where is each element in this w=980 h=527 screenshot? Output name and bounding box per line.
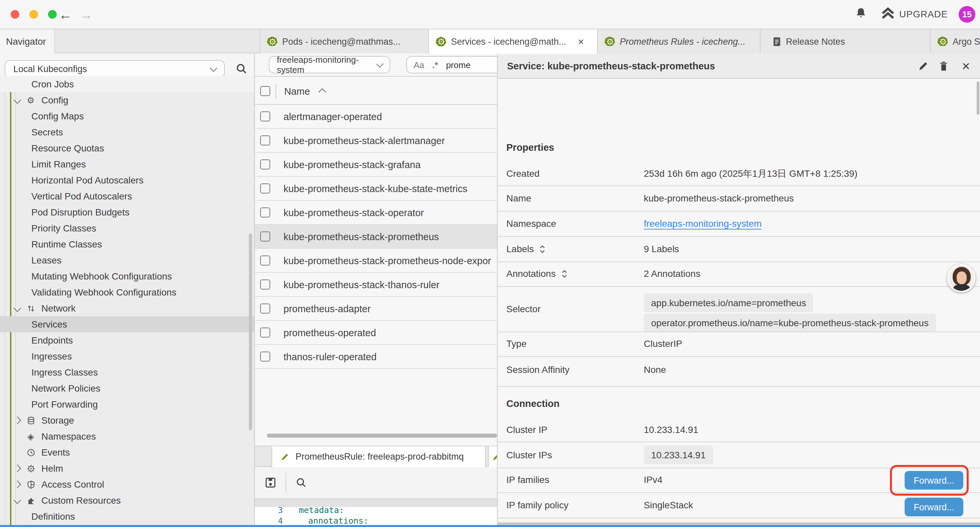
sidebar-item-mutating-webhook-configurations[interactable]: Mutating Webhook Configurations bbox=[0, 268, 254, 284]
table-row[interactable]: prometheus-adapter bbox=[255, 297, 497, 321]
avatar[interactable] bbox=[947, 264, 975, 292]
detail-scrollbar-thumb[interactable] bbox=[977, 81, 979, 115]
filter-input[interactable]: Aa .* prome bbox=[406, 56, 497, 73]
table-row[interactable]: thanos-ruler-operated bbox=[255, 345, 497, 369]
sidebar-item-ingress-classes[interactable]: Ingress Classes bbox=[0, 364, 254, 380]
sidebar-item-network-policies[interactable]: Network Policies bbox=[0, 380, 254, 396]
forward-arrow-icon[interactable]: → bbox=[80, 5, 93, 24]
sidebar-item-runtime-classes[interactable]: Runtime Classes bbox=[0, 236, 254, 252]
row-checkbox[interactable] bbox=[260, 328, 270, 338]
horizontal-scrollbar-thumb[interactable] bbox=[267, 434, 497, 438]
row-checkbox[interactable] bbox=[260, 352, 270, 361]
table-row[interactable]: kube-prometheus-stack-prometheus-node-ex… bbox=[255, 249, 497, 273]
row-checkbox[interactable] bbox=[260, 183, 270, 193]
tab-argo[interactable]: Argo Se bbox=[930, 29, 980, 53]
table-row[interactable]: kube-prometheus-stack-operator bbox=[255, 201, 497, 225]
select-all-checkbox[interactable] bbox=[260, 86, 270, 96]
sidebar-item-storage[interactable]: Storage bbox=[0, 412, 254, 428]
row-checkbox[interactable] bbox=[260, 135, 270, 145]
sort-updown-icon[interactable] bbox=[561, 269, 568, 279]
row-checkbox[interactable] bbox=[260, 255, 270, 266]
regex-toggle[interactable]: .* bbox=[432, 60, 438, 70]
namespace-select[interactable]: freeleaps-monitoring-system bbox=[269, 56, 390, 73]
match-case-toggle[interactable]: Aa bbox=[414, 60, 424, 70]
sidebar-item-validating-webhook-configurations[interactable]: Validating Webhook Configurations bbox=[0, 284, 254, 300]
sidebar-item-pod-disruption-budgets[interactable]: Pod Disruption Budgets bbox=[0, 204, 254, 220]
sidebar-item-resource-quotas[interactable]: Resource Quotas bbox=[0, 140, 254, 156]
kubeconfig-source-select[interactable]: Local Kubeconfigs bbox=[5, 60, 225, 78]
sidebar-item-limit-ranges[interactable]: Limit Ranges bbox=[0, 156, 254, 172]
row-checkbox[interactable] bbox=[260, 280, 270, 290]
sidebar-item-port-forwarding[interactable]: Port Forwarding bbox=[0, 396, 254, 412]
detail-horizontal-scrollbar[interactable] bbox=[498, 522, 980, 525]
minimize-window-button[interactable] bbox=[29, 10, 38, 19]
row-checkbox[interactable] bbox=[260, 231, 270, 242]
sidebar-item-secrets[interactable]: Secrets bbox=[0, 124, 254, 140]
row-checkbox[interactable] bbox=[260, 207, 270, 218]
sidebar-item-vertical-pod-autoscalers[interactable]: Vertical Pod Autoscalers bbox=[0, 188, 254, 204]
sidebar-item-helm[interactable]: Helm bbox=[0, 460, 254, 476]
sort-updown-icon[interactable] bbox=[539, 244, 546, 254]
sidebar-item-cron-jobs[interactable]: Cron Jobs bbox=[0, 76, 254, 92]
tab-pods[interactable]: Pods - icecheng@mathmas... bbox=[259, 29, 428, 53]
table-row[interactable]: kube-prometheus-stack-alertmanager bbox=[255, 129, 497, 153]
tab-services[interactable]: Services - icecheng@math... ✕ bbox=[428, 29, 597, 54]
sidebar-search-icon[interactable] bbox=[235, 63, 248, 75]
sidebar-item-services[interactable]: Services bbox=[0, 316, 254, 332]
close-icon[interactable]: ✕ bbox=[959, 59, 973, 73]
sidebar-item-namespaces[interactable]: ◈ Namespaces bbox=[0, 428, 254, 444]
window-titlebar: ← → UPGRADE 15 bbox=[0, 0, 980, 29]
sidebar-item-definitions[interactable]: Definitions bbox=[0, 508, 254, 524]
sidebar-item-ingresses[interactable]: Ingresses bbox=[0, 348, 254, 364]
sidebar-item-horizontal-pod-autoscalers[interactable]: Horizontal Pod Autoscalers bbox=[0, 172, 254, 188]
editor-toolbar bbox=[255, 467, 497, 499]
sidebar-item-leases[interactable]: Leases bbox=[0, 252, 254, 268]
back-arrow-icon[interactable]: ← bbox=[59, 5, 72, 24]
editor-tab-prometheusrule[interactable]: PrometheusRule: freeleaps-prod-rabbitmq bbox=[272, 446, 486, 467]
tab-navigator[interactable]: Navigator bbox=[0, 29, 55, 53]
editor-search-icon[interactable] bbox=[296, 477, 307, 488]
detail-row-value[interactable]: 9 Labels bbox=[644, 244, 679, 254]
table-row[interactable]: kube-prometheus-stack-thanos-ruler bbox=[255, 273, 497, 297]
row-checkbox[interactable] bbox=[260, 111, 270, 121]
maximize-window-button[interactable] bbox=[48, 10, 57, 19]
tab-release-notes[interactable]: Release Notes bbox=[760, 29, 930, 53]
delete-trash-icon[interactable] bbox=[937, 59, 950, 73]
close-window-button[interactable] bbox=[11, 10, 19, 19]
sidebar-item-priority-classes[interactable]: Priority Classes bbox=[0, 220, 254, 236]
row-checkbox[interactable] bbox=[260, 304, 270, 314]
table-row[interactable]: alertmanager-operated bbox=[255, 105, 497, 129]
upgrade-label[interactable]: UPGRADE bbox=[899, 9, 948, 19]
sidebar-item-events[interactable]: Events bbox=[0, 444, 254, 460]
forward-port-button[interactable]: Forward... bbox=[905, 498, 963, 516]
upgrade-chevrons-icon[interactable] bbox=[881, 7, 895, 21]
chevron-down-icon bbox=[14, 304, 21, 312]
notifications-bell-icon[interactable] bbox=[855, 7, 867, 20]
save-icon[interactable] bbox=[265, 477, 276, 488]
chevron-down-icon bbox=[14, 96, 21, 104]
table-row[interactable]: kube-prometheus-stack-kube-state-metrics bbox=[255, 177, 497, 201]
yaml-editor[interactable]: 3 metadata: 4 annotations: 5 kubectl.kub… bbox=[255, 507, 497, 527]
detail-row-value[interactable]: 2 Annotations bbox=[644, 268, 700, 279]
editor-tab-partial[interactable] bbox=[488, 446, 497, 467]
table-row[interactable]: prometheus-operated bbox=[255, 321, 497, 345]
table-row[interactable]: kube-prometheus-stack-grafana bbox=[255, 153, 497, 177]
notification-count-badge[interactable]: 15 bbox=[959, 6, 975, 23]
tab-close-icon[interactable]: ✕ bbox=[578, 37, 584, 46]
table-row-selected[interactable]: kube-prometheus-stack-prometheus bbox=[255, 225, 497, 249]
sidebar-item-config-maps[interactable]: Config Maps bbox=[0, 108, 254, 124]
name-column-header[interactable]: Name bbox=[284, 86, 310, 96]
sidebar-item-network[interactable]: Network bbox=[0, 300, 254, 316]
sidebar-item-endpoints[interactable]: Endpoints bbox=[0, 332, 254, 348]
edit-pencil-icon[interactable] bbox=[916, 59, 930, 73]
detail-row-value: None bbox=[644, 364, 666, 375]
sidebar-item-config[interactable]: ⚙ Config bbox=[0, 92, 254, 108]
sidebar-item-access-control[interactable]: Access Control bbox=[0, 476, 254, 492]
namespace-link[interactable]: freeleaps-monitoring-system bbox=[644, 218, 762, 229]
sidebar-scrollbar-thumb[interactable] bbox=[249, 234, 252, 430]
sidebar-item-custom-resources[interactable]: Custom Resources bbox=[0, 492, 254, 508]
editor-scroll-strip[interactable] bbox=[255, 499, 497, 507]
row-checkbox[interactable] bbox=[260, 159, 270, 169]
sort-ascending-icon[interactable] bbox=[318, 88, 326, 96]
tab-prometheus-rules[interactable]: Prometheus Rules - icecheng... bbox=[597, 29, 760, 53]
